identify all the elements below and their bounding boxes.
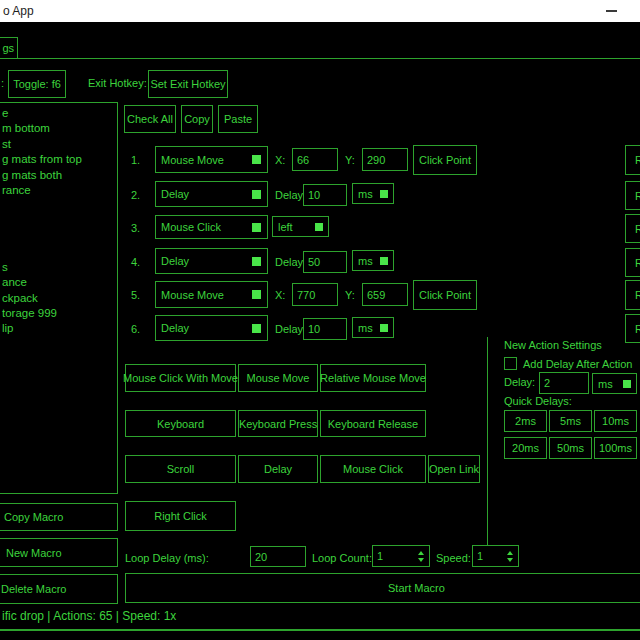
status-bar-text: ific drop | Actions: 65 | Speed: 1x — [2, 609, 176, 623]
quick-delay-5ms-button[interactable]: 5ms — [549, 410, 592, 432]
action-row-number: 4. — [131, 256, 140, 268]
loop-count-stepper[interactable]: 1 — [372, 545, 430, 567]
macro-app-window: o App gs : Toggle: f6 Exit Hotkey: Set E… — [0, 0, 640, 640]
delay-unit-dropdown[interactable]: ms — [352, 183, 394, 204]
minimize-icon[interactable] — [606, 10, 617, 12]
window-title: o App — [3, 4, 34, 18]
toggle-hotkey-button[interactable]: Toggle: f6 — [8, 70, 66, 98]
quick-delays-label: Quick Delays: — [504, 395, 572, 407]
action-type-dropdown[interactable]: Delay — [155, 181, 268, 207]
action-row-number: 5. — [131, 289, 140, 301]
action-type-dropdown[interactable]: Delay — [155, 315, 268, 341]
tab-label: gs — [2, 42, 14, 54]
macro-list-item[interactable]: lip — [2, 321, 117, 336]
macro-list-item[interactable]: ckpack — [2, 291, 117, 306]
new-action-delay-unit-dropdown[interactable]: ms — [592, 373, 637, 394]
macro-list-item[interactable]: m bottom — [2, 121, 117, 136]
add-open-link-button[interactable]: Open Link — [428, 455, 480, 483]
new-macro-button[interactable]: New Macro — [0, 538, 118, 567]
action-type-dropdown[interactable]: Mouse Move — [155, 281, 268, 308]
x-label: X: — [275, 289, 285, 301]
delay-value-input[interactable] — [303, 251, 347, 273]
delay-unit-dropdown[interactable]: ms — [352, 250, 394, 271]
spinner-down-icon[interactable] — [418, 558, 424, 562]
start-macro-button[interactable]: Start Macro — [125, 573, 640, 603]
set-exit-hotkey-button[interactable]: Set Exit Hotkey — [148, 70, 228, 98]
speed-stepper[interactable]: 1 — [472, 545, 519, 567]
macro-list-item[interactable]: g mats from top — [2, 152, 117, 167]
tab-settings[interactable]: gs — [0, 37, 18, 59]
new-action-settings-panel: New Action Settings Add Delay After Acti… — [487, 337, 640, 546]
delay-param-label: Delay — [275, 323, 303, 335]
add-keyboard-button[interactable]: Keyboard — [125, 410, 236, 437]
macro-list-item[interactable]: s — [2, 260, 117, 275]
macro-list-item[interactable] — [2, 198, 117, 213]
action-type-dropdown[interactable]: Mouse Click — [155, 215, 268, 239]
add-scroll-button[interactable]: Scroll — [125, 455, 236, 483]
action-row-number: 2. — [131, 189, 140, 201]
spinner-down-icon[interactable] — [507, 558, 513, 562]
quick-delay-2ms-button[interactable]: 2ms — [504, 410, 547, 432]
mouse-button-dropdown[interactable]: left — [272, 216, 329, 237]
new-action-settings-title: New Action Settings — [504, 339, 602, 351]
check-all-button[interactable]: Check All — [124, 105, 176, 133]
add-mouse-move-button[interactable]: Mouse Move — [238, 364, 318, 392]
delay-value-input[interactable] — [303, 184, 347, 206]
dropdown-arrow-icon — [315, 223, 323, 231]
copy-macro-button[interactable]: Copy Macro — [0, 503, 118, 531]
status-bar-divider — [0, 629, 640, 631]
macro-list-item[interactable] — [2, 214, 117, 229]
add-mouse-click-button[interactable]: Mouse Click — [320, 455, 426, 483]
quick-delay-50ms-button[interactable]: 50ms — [549, 437, 592, 459]
add-delay-button[interactable]: Delay — [238, 455, 318, 483]
paste-actions-button[interactable]: Paste — [218, 105, 258, 133]
macro-list-item[interactable]: g mats both — [2, 168, 117, 183]
macro-list-item[interactable] — [2, 245, 117, 260]
remove-action-button[interactable]: R — [625, 280, 640, 310]
quick-delay-100ms-button[interactable]: 100ms — [594, 437, 637, 459]
delay-value-input[interactable] — [303, 318, 347, 340]
loop-count-label: Loop Count: — [312, 552, 372, 564]
add-delay-after-action-checkbox[interactable] — [504, 357, 517, 370]
new-action-delay-label: Delay: — [504, 376, 535, 388]
action-type-dropdown[interactable]: Delay — [155, 248, 268, 274]
new-action-delay-input[interactable] — [539, 372, 589, 394]
macro-list-item[interactable]: ance — [2, 275, 117, 290]
x-coordinate-input[interactable] — [292, 148, 338, 171]
add-keyboard-press-button[interactable]: Keyboard Press — [238, 410, 318, 437]
add-relative-mouse-move-button[interactable]: Relative Mouse Move — [320, 364, 426, 392]
loop-delay-input[interactable] — [250, 546, 306, 567]
remove-action-button[interactable]: R — [625, 214, 640, 243]
delay-param-label: Delay — [275, 189, 303, 201]
y-coordinate-input[interactable] — [362, 148, 408, 171]
macro-list-item[interactable]: e — [2, 106, 117, 121]
add-mouse-click-with-move-button[interactable]: Mouse Click With Move — [125, 364, 236, 392]
macro-list-item[interactable]: st — [2, 137, 117, 152]
macro-list-item[interactable] — [2, 229, 117, 244]
delay-unit-dropdown[interactable]: ms — [352, 317, 394, 338]
click-point-button[interactable]: Click Point — [413, 145, 477, 175]
macro-list-item[interactable]: rance — [2, 183, 117, 198]
remove-action-button[interactable]: R — [625, 145, 640, 175]
dropdown-arrow-icon — [252, 190, 261, 199]
tab-strip-divider — [0, 58, 640, 59]
copy-actions-button[interactable]: Copy — [181, 105, 213, 133]
remove-action-button[interactable]: R — [625, 248, 640, 277]
remove-action-button[interactable]: R — [625, 181, 640, 210]
dropdown-arrow-icon — [380, 190, 388, 198]
action-type-dropdown[interactable]: Mouse Move — [155, 146, 268, 173]
toggle-hotkey-label: : — [1, 77, 4, 89]
spinner-up-icon[interactable] — [418, 551, 424, 555]
dropdown-arrow-icon — [252, 324, 261, 333]
quick-delay-10ms-button[interactable]: 10ms — [594, 410, 637, 432]
x-coordinate-input[interactable] — [292, 283, 338, 306]
quick-delay-20ms-button[interactable]: 20ms — [504, 437, 547, 459]
add-keyboard-release-button[interactable]: Keyboard Release — [320, 410, 426, 437]
click-point-button[interactable]: Click Point — [413, 280, 477, 310]
delete-macro-button[interactable]: Delete Macro — [0, 574, 118, 604]
add-right-click-button[interactable]: Right Click — [125, 501, 236, 531]
action-row-number: 1. — [131, 154, 140, 166]
spinner-up-icon[interactable] — [507, 551, 513, 555]
y-coordinate-input[interactable] — [362, 283, 408, 306]
macro-list-item[interactable]: torage 999 — [2, 306, 117, 321]
